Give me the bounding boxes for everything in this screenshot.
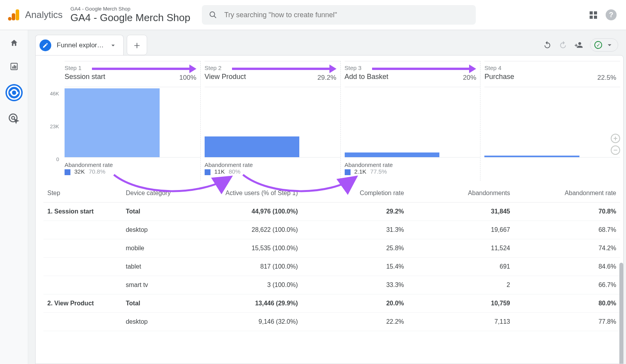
cell-step: 2. View Product xyxy=(43,294,122,312)
share-user-icon[interactable] xyxy=(574,41,583,49)
cell-ab-rate: 70.8% xyxy=(514,202,620,221)
search-input[interactable] xyxy=(223,11,469,20)
brand-block[interactable]: Analytics xyxy=(8,9,63,21)
table-row[interactable]: smart tv3 (100.0%)33.3%266.7% xyxy=(43,276,620,294)
cell-abandonments: 2 xyxy=(408,276,514,294)
svg-rect-1 xyxy=(12,13,15,20)
cell-device: Total xyxy=(122,202,196,221)
property-selector[interactable]: GA4 - Google Merch Shop GA4 - Google Mer… xyxy=(70,6,190,24)
cell-ab-rate: 80.0% xyxy=(514,294,620,312)
home-icon xyxy=(10,39,18,47)
exploration-tab[interactable]: Funnel explor… xyxy=(35,35,124,55)
col-abandonment-rate[interactable]: Abandonment rate xyxy=(514,184,620,203)
help-icon[interactable]: ? xyxy=(606,9,617,20)
bar-step1 xyxy=(65,88,160,157)
cell-abandonments: 7,113 xyxy=(408,312,514,331)
nav-home[interactable] xyxy=(8,37,20,49)
cell-device: Total xyxy=(122,294,196,312)
cell-completion: 29.2% xyxy=(302,202,408,221)
step-pct: 100% xyxy=(179,74,196,82)
chevron-down-icon[interactable] xyxy=(109,41,117,49)
status-pill[interactable]: ✓ xyxy=(590,38,618,52)
table-row[interactable]: mobile15,535 (100.0%)25.8%11,52474.2% xyxy=(43,239,620,257)
reports-icon xyxy=(10,62,18,71)
zoom-in-button[interactable]: + xyxy=(611,134,620,143)
brand-name: Analytics xyxy=(25,9,63,20)
chevron-down-icon xyxy=(605,41,614,49)
step-pct: 29.2% xyxy=(317,74,336,82)
step-col-1[interactable]: Step 1 Session start 100% Abandonment ra… xyxy=(61,61,200,181)
svg-line-4 xyxy=(214,16,216,18)
check-icon: ✓ xyxy=(594,41,602,49)
cell-active: 9,146 (32.0%) xyxy=(196,312,302,331)
col-abandonments[interactable]: Abandonments xyxy=(408,184,514,203)
cell-step: 1. Session start xyxy=(43,202,122,221)
table-row[interactable]: desktop28,622 (100.0%)31.3%19,66768.7% xyxy=(43,221,620,239)
cell-step xyxy=(43,239,122,257)
y-tick-46k: 46K xyxy=(43,91,59,124)
tab-title: Funnel explor… xyxy=(57,41,104,49)
edit-icon xyxy=(40,39,51,51)
cell-step xyxy=(43,312,122,331)
table-row[interactable]: 1. Session startTotal44,976 (100.0%)29.2… xyxy=(43,202,620,221)
abandon-label: Abandonment rate xyxy=(345,161,480,168)
funnel-table: Step Device category Active users (% of … xyxy=(43,184,620,331)
curve-annotation xyxy=(102,173,376,196)
cell-active: 13,446 (29.9%) xyxy=(196,294,302,312)
explore-icon xyxy=(5,84,23,101)
top-header: Analytics GA4 - Google Merch Shop GA4 - … xyxy=(0,0,626,30)
table-row[interactable]: desktop9,146 (32.0%)22.2%7,11377.8% xyxy=(43,312,620,331)
nav-reports[interactable] xyxy=(8,61,20,72)
table-row[interactable]: 2. View ProductTotal13,446 (29.9%)20.0%1… xyxy=(43,294,620,312)
search-icon xyxy=(209,11,217,19)
svg-point-3 xyxy=(210,12,215,16)
analytics-logo-icon xyxy=(8,9,20,21)
abandon-label: Abandonment rate xyxy=(205,161,340,168)
cell-active: 44,976 (100.0%) xyxy=(196,202,302,221)
nav-explore[interactable] xyxy=(5,84,23,101)
step-col-3[interactable]: Step 3 Add to Basket 20% Abandonment rat… xyxy=(340,61,480,181)
arrow-annotation xyxy=(232,68,334,70)
svg-rect-6 xyxy=(12,66,13,69)
step-col-2[interactable]: Step 2 View Product 29.2% Abandonment ra… xyxy=(200,61,340,181)
canvas: Funnel explor… ＋ ✓ 46K 23K 0 xyxy=(28,30,626,364)
search-box[interactable] xyxy=(202,5,476,25)
header-right: ? xyxy=(590,9,617,20)
step-pct: 22.5% xyxy=(597,74,616,82)
cell-completion: 20.0% xyxy=(302,294,408,312)
step-pct: 20% xyxy=(463,74,476,82)
cell-active: 3 (100.0%) xyxy=(196,276,302,294)
arrow-annotation xyxy=(372,68,474,70)
step-label: Step 4 xyxy=(484,65,620,71)
steps-row: Step 1 Session start 100% Abandonment ra… xyxy=(61,61,620,181)
undo-icon[interactable] xyxy=(543,41,552,49)
zoom-out-button[interactable]: − xyxy=(611,145,620,155)
cell-step xyxy=(43,221,122,239)
nav-advertising[interactable] xyxy=(8,113,20,125)
arrow-annotation xyxy=(92,68,194,70)
zoom-controls: + − xyxy=(611,134,620,155)
step-name: Add to Basket xyxy=(345,73,480,81)
cell-completion: 15.4% xyxy=(302,257,408,276)
cell-step xyxy=(43,276,122,294)
svg-point-9 xyxy=(7,86,20,99)
series-swatch xyxy=(65,169,70,175)
step-col-4[interactable]: Step 4 Purchase 22.5% xyxy=(480,61,620,181)
cell-active: 817 (100.0%) xyxy=(196,257,302,276)
tab-row: Funnel explor… ＋ ✓ xyxy=(35,35,624,55)
apps-icon[interactable] xyxy=(590,11,597,19)
toolbar-right: ✓ xyxy=(543,38,624,52)
redo-icon[interactable] xyxy=(559,41,567,49)
bar-step2 xyxy=(205,136,300,157)
cell-abandonments: 19,667 xyxy=(408,221,514,239)
cell-ab-rate: 74.2% xyxy=(514,239,620,257)
scrollbar[interactable] xyxy=(619,263,623,364)
cell-device: mobile xyxy=(122,239,196,257)
add-tab-button[interactable]: ＋ xyxy=(127,35,147,55)
table-row[interactable]: tablet817 (100.0%)15.4%69184.6% xyxy=(43,257,620,276)
property-big: GA4 - Google Merch Shop xyxy=(70,12,190,24)
cell-abandonments: 691 xyxy=(408,257,514,276)
cell-device: desktop xyxy=(122,312,196,331)
cell-step xyxy=(43,257,122,276)
abandon-val: 32K xyxy=(74,168,85,175)
